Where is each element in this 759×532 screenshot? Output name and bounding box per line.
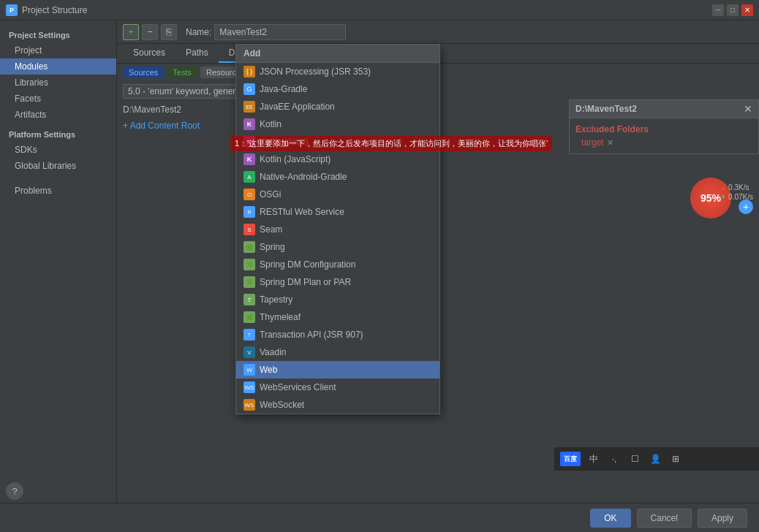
sidebar-item-project[interactable]: Project (0, 42, 116, 58)
window-controls: ─ □ ✕ (712, 4, 753, 16)
dropdown-item-java-gradle[interactable]: G Java-Gradle (236, 80, 439, 98)
rest-icon: R (243, 206, 255, 218)
help-button[interactable]: ? (6, 482, 23, 500)
baidu-logo: 百度 (560, 452, 581, 466)
baidu-chinese-icon[interactable]: 中 (586, 452, 601, 466)
dropdown-item-webservices-client[interactable]: WS WebServices Client (236, 379, 439, 396)
remove-button[interactable]: − (142, 24, 158, 40)
excluded-folders-label: Excluded Folders (575, 124, 752, 134)
dropdown-item-osgi[interactable]: O OSGi (236, 186, 439, 203)
add-button[interactable]: + (123, 24, 139, 40)
name-label: Name: (186, 27, 211, 37)
maven-panel-close-button[interactable]: ✕ (744, 103, 752, 115)
gradle-icon: G (243, 83, 255, 95)
tab-paths[interactable]: Paths (175, 44, 219, 63)
baidu-grid-icon[interactable]: ⊞ (668, 452, 683, 466)
maximize-button[interactable]: □ (727, 4, 739, 16)
dropdown-item-spring[interactable]: 🌿 Spring (236, 238, 439, 256)
transaction-icon: T (243, 329, 255, 341)
tests-button[interactable]: Tests (167, 66, 197, 78)
maven-panel: D:\MavenTest2 ✕ Excluded Folders target … (569, 99, 759, 154)
dropdown-item-spring-dm-config[interactable]: 🌿 Spring DM Configuration (236, 256, 439, 273)
baidu-toolbar: 百度 中 ·, ☐ 👤 ⊞ (554, 447, 759, 471)
dropdown-item-web[interactable]: W Web (236, 361, 439, 379)
ok-button[interactable]: OK (590, 509, 630, 528)
dropdown-item-kotlin[interactable]: K Kotlin (236, 115, 439, 133)
osgi-icon: O (243, 189, 255, 200)
main-layout: Project Settings Project Modules Librari… (0, 20, 759, 503)
speed-plus-button[interactable]: + (739, 200, 753, 214)
websocket-icon: WS (243, 399, 255, 411)
native-android-icon: A (243, 171, 255, 183)
upload-stat: ▲ 0.3K/s (720, 183, 753, 191)
baidu-punctuation-icon[interactable]: ·, (607, 452, 622, 466)
dropdown-item-seam[interactable]: S Seam (236, 221, 439, 238)
kotlin-icon: K (243, 118, 255, 130)
vaadin-icon: V (243, 346, 255, 358)
sources-button[interactable]: Sources (123, 66, 164, 78)
baidu-window-icon[interactable]: ☐ (627, 452, 642, 466)
tab-sources[interactable]: Sources (123, 44, 175, 63)
cancel-button[interactable]: Cancel (637, 509, 692, 528)
maven-panel-title: D:\MavenTest2 (575, 104, 637, 114)
dropdown-item-javaee[interactable]: EE JavaEE Application (236, 98, 439, 115)
web-icon: W (243, 364, 255, 376)
bottom-bar: OK Cancel Apply (0, 503, 759, 532)
spring-dm-plan-icon: 🌿 (243, 276, 255, 288)
kotlin-java-icon: K (243, 136, 255, 148)
sidebar-item-sdks[interactable]: SDKs (0, 142, 116, 158)
sidebar-item-modules[interactable]: Modules (0, 58, 116, 75)
sidebar-item-global-libraries[interactable]: Global Libraries (0, 158, 116, 174)
seam-icon: S (243, 224, 255, 235)
dropdown-item-json[interactable]: { } JSON Processing (JSR 353) (236, 63, 439, 80)
webservices-icon: WS (243, 381, 255, 393)
app-icon: P (6, 4, 18, 16)
name-input[interactable] (214, 24, 346, 40)
minimize-button[interactable]: ─ (712, 4, 724, 16)
tapestry-icon: T (243, 294, 255, 305)
spring-dm-config-icon: 🌿 (243, 259, 255, 270)
speed-stats: ▲ 0.3K/s ▼ 0.07K/s (720, 183, 753, 201)
dropdown-item-restful[interactable]: R RESTful Web Service (236, 203, 439, 221)
sidebar-item-problems[interactable]: Problems (0, 183, 116, 199)
dropdown-item-transaction[interactable]: T Transaction API (JSR 907) (236, 326, 439, 343)
kotlin-js-icon: K (243, 153, 255, 165)
apply-button[interactable]: Apply (698, 509, 747, 528)
dropdown-item-kotlin-java[interactable]: K Kotlin (Java) (236, 133, 439, 151)
dropdown-header: Add (236, 45, 439, 63)
dropdown-item-thymeleaf[interactable]: 🌿 Thymeleaf (236, 308, 439, 326)
sidebar-item-facets[interactable]: Facets (0, 91, 116, 107)
toolbar: + − ⎘ Name: (117, 20, 759, 44)
maven-panel-header: D:\MavenTest2 ✕ (570, 100, 758, 118)
dropdown-item-spring-dm-plan[interactable]: 🌿 Spring DM Plan or PAR (236, 273, 439, 291)
dropdown-item-websocket[interactable]: WS WebSocket (236, 396, 439, 414)
json-icon: { } (243, 66, 255, 77)
dropdown-item-vaadin[interactable]: V Vaadin (236, 343, 439, 361)
project-settings-label: Project Settings (0, 26, 116, 42)
dropdown-item-kotlin-js[interactable]: K Kotlin (JavaScript) (236, 151, 439, 168)
sidebar: Project Settings Project Modules Librari… (0, 20, 117, 503)
window-title: Project Structure (22, 5, 87, 15)
dropdown-item-native-android[interactable]: A Native-Android-Gradle (236, 168, 439, 186)
baidu-user-icon[interactable]: 👤 (648, 452, 662, 466)
content-area: + − ⎘ Name: Sources Paths Dependencies S… (117, 20, 759, 503)
javaee-icon: EE (243, 101, 255, 113)
dropdown-item-tapestry[interactable]: T Tapestry (236, 291, 439, 308)
title-bar: P Project Structure ─ □ ✕ (0, 0, 759, 20)
add-dropdown-menu: Add { } JSON Processing (JSR 353) G Java… (235, 44, 440, 414)
remove-folder-button[interactable]: ✕ (607, 138, 613, 148)
copy-button[interactable]: ⎘ (161, 24, 177, 40)
speed-indicator: 95% ▲ 0.3K/s ▼ 0.07K/s + (680, 178, 753, 236)
thymeleaf-icon: 🌿 (243, 311, 255, 323)
sidebar-item-libraries[interactable]: Libraries (0, 75, 116, 91)
sidebar-item-artifacts[interactable]: Artifacts (0, 107, 116, 123)
platform-settings-label: Platform Settings (0, 126, 116, 142)
spring-icon: 🌿 (243, 241, 255, 253)
maven-panel-body: Excluded Folders target ✕ (570, 118, 758, 153)
close-button[interactable]: ✕ (741, 4, 753, 16)
excluded-folder-target: target (581, 137, 604, 148)
